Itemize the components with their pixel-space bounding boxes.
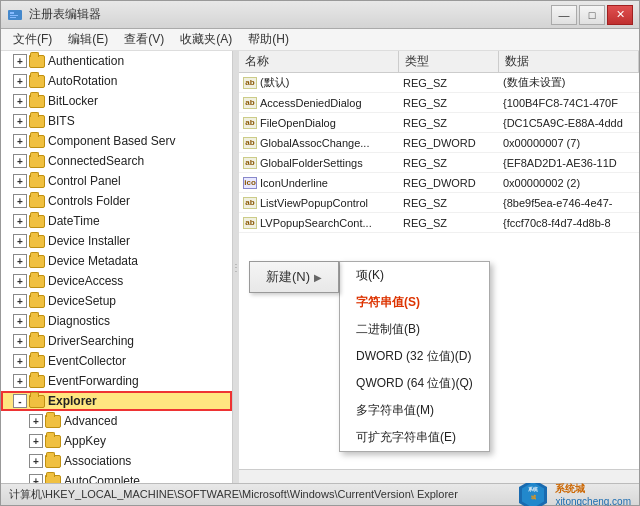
tree-item[interactable]: + Authentication	[1, 51, 232, 71]
expand-icon[interactable]: +	[13, 114, 27, 128]
expand-icon[interactable]: -	[13, 394, 27, 408]
reg-icon: ab	[243, 97, 257, 109]
expand-icon[interactable]: +	[13, 74, 27, 88]
tree-item[interactable]: + AppKey	[1, 431, 232, 451]
expand-icon[interactable]: +	[13, 54, 27, 68]
expand-icon[interactable]: +	[13, 214, 27, 228]
cell-data: {DC1C5A9C-E88A-4ddd	[499, 117, 639, 129]
expand-icon[interactable]: +	[13, 254, 27, 268]
tree-item[interactable]: + Device Metadata	[1, 251, 232, 271]
expand-icon[interactable]: +	[13, 374, 27, 388]
tree-item[interactable]: + EventForwarding	[1, 371, 232, 391]
submenu-item-binary[interactable]: 二进制值(B)	[340, 316, 489, 343]
tree-item[interactable]: + Advanced	[1, 411, 232, 431]
submenu-item-key[interactable]: 项(K)	[340, 262, 489, 289]
tree-item-label: Device Installer	[48, 234, 130, 248]
close-button[interactable]: ✕	[607, 5, 633, 25]
expand-icon[interactable]: +	[13, 314, 27, 328]
horizontal-scrollbar[interactable]	[239, 469, 639, 483]
folder-icon	[45, 475, 61, 484]
submenu-item-expandstring[interactable]: 可扩充字符串值(E)	[340, 424, 489, 451]
tree-item-explorer[interactable]: - Explorer	[1, 391, 232, 411]
tree-item[interactable]: + ConnectedSearch	[1, 151, 232, 171]
reg-icon: ico	[243, 177, 257, 189]
folder-icon	[29, 295, 45, 308]
cell-data: 0x00000007 (7)	[499, 137, 639, 149]
expand-icon[interactable]: +	[29, 474, 43, 483]
menu-view[interactable]: 查看(V)	[116, 29, 172, 50]
tree-item-label: Component Based Serv	[48, 134, 175, 148]
submenu-item-qword[interactable]: QWORD (64 位值)(Q)	[340, 370, 489, 397]
menu-file[interactable]: 文件(F)	[5, 29, 60, 50]
svg-text:城: 城	[530, 494, 536, 500]
tree-item[interactable]: + Control Panel	[1, 171, 232, 191]
expand-icon[interactable]: +	[13, 274, 27, 288]
minimize-button[interactable]: —	[551, 5, 577, 25]
folder-icon	[29, 135, 45, 148]
table-row[interactable]: ab AccessDeniedDialog REG_SZ {100B4FC8-7…	[239, 93, 639, 113]
expand-icon[interactable]: +	[13, 334, 27, 348]
folder-icon	[29, 115, 45, 128]
watermark-name: 系统城	[555, 482, 631, 496]
expand-icon[interactable]: +	[13, 194, 27, 208]
new-button[interactable]: 新建(N) ▶	[249, 261, 339, 293]
tree-item[interactable]: + DeviceSetup	[1, 291, 232, 311]
folder-icon	[29, 155, 45, 168]
tree-item[interactable]: + Associations	[1, 451, 232, 471]
folder-icon	[29, 215, 45, 228]
tree-item[interactable]: + DateTime	[1, 211, 232, 231]
menu-favorites[interactable]: 收藏夹(A)	[172, 29, 240, 50]
tree-item[interactable]: + EventCollector	[1, 351, 232, 371]
table-row[interactable]: ab (默认) REG_SZ (数值未设置)	[239, 73, 639, 93]
app-icon	[7, 7, 23, 23]
expand-icon[interactable]: +	[13, 94, 27, 108]
table-row[interactable]: ab GlobalFolderSettings REG_SZ {EF8AD2D1…	[239, 153, 639, 173]
tree-item[interactable]: + Component Based Serv	[1, 131, 232, 151]
submenu-item-multistring[interactable]: 多字符串值(M)	[340, 397, 489, 424]
expand-icon[interactable]: +	[13, 234, 27, 248]
table-row[interactable]: ico IconUnderline REG_DWORD 0x00000002 (…	[239, 173, 639, 193]
table-row[interactable]: ab LVPopupSearchCont... REG_SZ {fccf70c8…	[239, 213, 639, 233]
tree-item-label: Diagnostics	[48, 314, 110, 328]
title-bar-left: 注册表编辑器	[7, 6, 101, 23]
table-row[interactable]: ab GlobalAssocChange... REG_DWORD 0x0000…	[239, 133, 639, 153]
tree-item[interactable]: + AutoRotation	[1, 71, 232, 91]
menu-help[interactable]: 帮助(H)	[240, 29, 297, 50]
submenu-item-dword[interactable]: DWORD (32 位值)(D)	[340, 343, 489, 370]
expand-icon[interactable]: +	[13, 154, 27, 168]
folder-icon	[29, 355, 45, 368]
expand-icon[interactable]: +	[13, 294, 27, 308]
tree-item[interactable]: + DeviceAccess	[1, 271, 232, 291]
tree-item[interactable]: + Controls Folder	[1, 191, 232, 211]
status-bar: 计算机\HKEY_LOCAL_MACHINE\SOFTWARE\Microsof…	[1, 483, 639, 505]
tree-item-label: Associations	[64, 454, 131, 468]
tree-item[interactable]: + BitLocker	[1, 91, 232, 111]
reg-icon: ab	[243, 197, 257, 209]
cell-name: ab GlobalFolderSettings	[239, 157, 399, 169]
expand-icon[interactable]: +	[29, 434, 43, 448]
folder-icon	[29, 275, 45, 288]
tree-item[interactable]: + Device Installer	[1, 231, 232, 251]
tree-item[interactable]: + Diagnostics	[1, 311, 232, 331]
tree-item[interactable]: + AutoComplete	[1, 471, 232, 483]
expand-icon[interactable]: +	[13, 134, 27, 148]
table-header: 名称 类型 数据	[239, 51, 639, 73]
menu-edit[interactable]: 编辑(E)	[60, 29, 116, 50]
tree-item[interactable]: + BITS	[1, 111, 232, 131]
reg-icon: ab	[243, 157, 257, 169]
reg-icon: ab	[243, 117, 257, 129]
expand-icon[interactable]: +	[13, 354, 27, 368]
tree-item-label: Authentication	[48, 54, 124, 68]
maximize-button[interactable]: □	[579, 5, 605, 25]
expand-icon[interactable]: +	[29, 454, 43, 468]
table-row[interactable]: ab FileOpenDialog REG_SZ {DC1C5A9C-E88A-…	[239, 113, 639, 133]
tree-item[interactable]: + DriverSearching	[1, 331, 232, 351]
tree-item-label: Controls Folder	[48, 194, 130, 208]
table-row[interactable]: ab ListViewPopupControl REG_SZ {8be9f5ea…	[239, 193, 639, 213]
cell-type: REG_DWORD	[399, 137, 499, 149]
reg-icon: ab	[243, 217, 257, 229]
submenu-item-string[interactable]: 字符串值(S)	[340, 289, 489, 316]
cell-type: REG_SZ	[399, 157, 499, 169]
expand-icon[interactable]: +	[13, 174, 27, 188]
expand-icon[interactable]: +	[29, 414, 43, 428]
